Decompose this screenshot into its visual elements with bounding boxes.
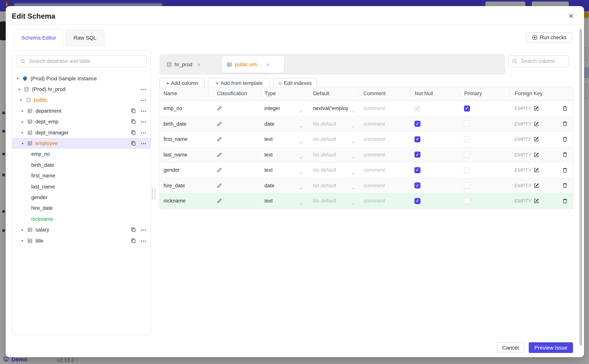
more-icon[interactable]: ⋯ [141,130,147,135]
tree-item-table[interactable]: ▸ dept_emp ⋯ [12,116,151,127]
not-null-checkbox[interactable]: ✓ [415,167,421,173]
column-name[interactable]: first_name [164,136,187,142]
tab-schema-editor[interactable]: Schema Editor [13,29,64,46]
comment-input[interactable] [363,105,406,112]
copy-icon[interactable] [131,141,136,146]
more-icon[interactable]: ⋯ [141,108,147,114]
tree-item-table[interactable]: ▸ salary ⋯ [12,224,151,235]
panel-resize-handle[interactable] [152,188,155,199]
run-checks-button[interactable]: Run checks [526,32,572,43]
primary-checkbox[interactable] [464,167,470,173]
column-name[interactable]: birth_date [164,121,187,127]
type-select[interactable]: text [264,198,273,204]
close-tab-icon[interactable]: × [197,61,201,68]
comment-input[interactable] [363,167,406,173]
edit-foreign-key-icon[interactable] [533,121,539,127]
column-name[interactable]: hire_date [164,183,185,188]
primary-checkbox[interactable] [464,152,470,158]
tree-item-column[interactable]: hire_date [12,203,151,214]
edit-foreign-key-icon[interactable] [533,167,539,173]
default-select[interactable]: No default [313,136,336,142]
caret-right-icon[interactable]: ▸ [22,120,27,124]
tree-item-database[interactable]: ▾ (Prod) hr_prod ⋯ [12,84,151,95]
more-icon[interactable]: ⋯ [141,141,147,146]
not-null-checkbox[interactable]: ✓ [415,152,421,158]
comment-input[interactable] [363,151,406,158]
delete-column-icon[interactable] [562,152,568,158]
type-select[interactable]: date [264,121,274,127]
caret-right-icon[interactable]: ▸ [22,130,27,134]
chevron-down-icon[interactable] [351,200,355,202]
tree-search-input[interactable] [28,58,143,64]
caret-down-icon[interactable]: ▾ [17,77,22,80]
caret-right-icon[interactable]: ▸ [22,109,27,113]
copy-icon[interactable] [131,119,136,125]
tree-item-table[interactable]: ▸ dept_manager ⋯ [12,127,151,138]
chevron-down-icon[interactable] [351,138,355,141]
copy-icon[interactable] [131,108,136,114]
chevron-down-icon[interactable] [299,200,303,202]
edit-foreign-key-icon[interactable] [533,136,539,142]
chevron-down-icon[interactable] [351,107,355,110]
column-name[interactable]: emp_no [164,106,182,111]
caret-down-icon[interactable]: ▾ [18,87,24,91]
pencil-icon[interactable] [217,183,222,188]
tree-item-column-added[interactable]: nickname [12,214,151,224]
pencil-icon[interactable] [217,121,222,127]
default-select[interactable]: No default [313,183,336,188]
edit-foreign-key-icon[interactable] [533,152,539,158]
add-from-template-button[interactable]: + Add from template [208,78,270,88]
copy-icon[interactable] [131,238,136,243]
tree-item-instance[interactable]: ▾ (Prod) Prod Sample Instance [12,73,151,84]
more-icon[interactable]: ⋯ [141,86,147,92]
primary-checkbox[interactable]: ✓ [464,105,470,111]
preview-issue-button[interactable]: Preview issue [529,342,573,353]
tree-item-table-selected[interactable]: ▾ employee ⋯ [12,138,151,149]
pencil-icon[interactable] [217,198,222,204]
default-select[interactable]: No default [313,152,336,158]
primary-checkbox[interactable] [464,198,470,204]
column-search-input[interactable] [520,58,565,64]
edit-foreign-key-icon[interactable] [533,183,539,188]
cancel-button[interactable]: Cancel [497,342,524,353]
type-select[interactable]: text [264,136,273,142]
chevron-down-icon[interactable] [351,123,355,125]
tree-item-table[interactable]: ▸ department ⋯ [12,105,151,116]
type-select[interactable]: date [264,183,274,188]
primary-checkbox[interactable] [464,182,470,189]
chevron-down-icon[interactable] [299,169,303,171]
caret-right-icon[interactable]: ▸ [22,228,27,232]
editor-tab-database[interactable]: hr_prod × [162,56,223,73]
primary-checkbox[interactable] [464,136,470,143]
tree-item-column[interactable]: last_name [12,181,151,192]
edit-foreign-key-icon[interactable] [533,198,539,204]
comment-input[interactable] [363,198,406,204]
tree-item-column[interactable]: emp_no [12,149,151,160]
caret-down-icon[interactable]: ▾ [22,142,27,145]
close-tab-icon[interactable]: × [266,61,269,68]
type-select[interactable]: text [264,167,273,173]
column-name[interactable]: gender [164,167,180,173]
default-select[interactable]: No default [313,121,336,127]
tree-item-column[interactable]: birth_date [12,160,151,170]
edit-foreign-key-icon[interactable] [533,106,539,111]
comment-input[interactable] [363,182,406,189]
chevron-down-icon[interactable] [299,138,303,141]
tree-item-column[interactable]: first_name [12,170,151,181]
not-null-checkbox[interactable]: ✓ [415,198,421,204]
default-select[interactable]: No default [313,167,336,173]
column-name[interactable]: last_name [164,152,187,158]
delete-column-icon[interactable] [562,121,568,127]
default-select[interactable]: nextval('employ [313,106,348,111]
delete-column-icon[interactable] [562,105,568,111]
chevron-down-icon[interactable] [299,154,303,156]
tab-raw-sql[interactable]: Raw SQL [66,29,104,46]
more-icon[interactable]: ⋯ [141,119,147,125]
pencil-icon[interactable] [217,152,222,158]
pencil-icon[interactable] [217,167,222,173]
type-select[interactable]: text [264,152,273,158]
more-icon[interactable]: ⋯ [141,227,147,233]
add-column-button[interactable]: + Add column [159,78,205,88]
editor-tab-table-active[interactable]: public.em... × [222,56,284,73]
tree-item-column[interactable]: gender [12,192,151,203]
